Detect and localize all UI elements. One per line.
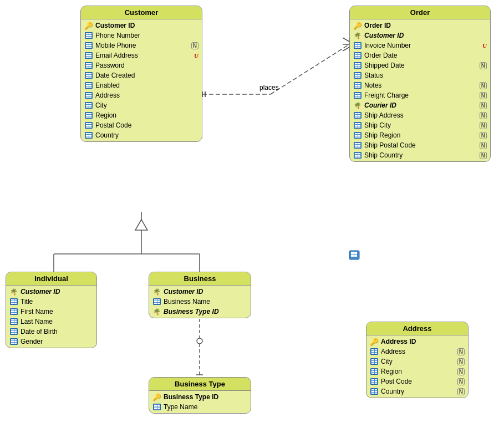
field-name: Country (95, 131, 198, 139)
field-icon (370, 348, 379, 355)
table-row: Title (6, 297, 96, 307)
field-name: Customer ID (364, 32, 487, 39)
field-name: Date of Birth (21, 328, 93, 335)
address-table: Address 🔑 Address ID Address N City N Re… (366, 322, 469, 398)
field-icon (9, 338, 18, 345)
field-name: Phone Number (95, 32, 198, 39)
field-name: Address (381, 348, 455, 355)
field-icon (84, 32, 93, 39)
field-icon (353, 111, 362, 119)
field-name: Status (364, 72, 487, 79)
field-icon (84, 121, 93, 129)
table-row: 🔑 Customer ID (81, 21, 202, 30)
null-badge: N (480, 142, 487, 149)
business-type-table: Business Type 🔑 Business Type ID Type Na… (149, 377, 251, 414)
field-icon (370, 368, 379, 375)
field-name: Type Name (164, 403, 247, 411)
field-icon (370, 358, 379, 365)
table-row: Ship City N (350, 120, 490, 130)
null-badge: N (480, 112, 487, 119)
field-icon (353, 62, 362, 69)
field-name: Ship Address (364, 111, 477, 119)
field-name: City (381, 358, 455, 365)
field-name: Mobile Phone (95, 42, 189, 49)
table-row: Email Address U (81, 50, 202, 60)
table-row: City N (366, 357, 468, 366)
field-name: Courier ID (364, 101, 477, 109)
field-icon (353, 42, 362, 49)
pk-icon: 🔑 (84, 22, 93, 29)
null-badge: N (457, 348, 465, 355)
null-badge: N (457, 378, 465, 385)
field-icon (84, 82, 93, 89)
fk-pk-icon: 🌴 (152, 288, 161, 296)
fk-icon: 🌴 (353, 101, 362, 109)
table-row: 🌴 Customer ID (149, 287, 251, 297)
field-name: First Name (21, 308, 93, 315)
field-icon (84, 131, 93, 139)
field-name: Shipped Date (364, 62, 477, 69)
table-row: Region N (366, 366, 468, 376)
field-icon (353, 91, 362, 99)
individual-table: Individual 🌴 Customer ID Title First Nam… (6, 272, 97, 348)
table-row: 🔑 Business Type ID (149, 392, 251, 402)
field-name: City (95, 101, 198, 109)
svg-line-4 (271, 44, 349, 94)
table-row: Password (81, 60, 202, 70)
business-type-table-body: 🔑 Business Type ID Type Name (149, 391, 251, 413)
table-row: Freight Charge N (350, 90, 490, 100)
table-row: Address N (366, 347, 468, 357)
field-icon (84, 72, 93, 79)
field-icon (84, 62, 93, 69)
field-name: Date Created (95, 72, 198, 79)
order-table: Order 🔑 Order ID 🌴 Customer ID Invoice N… (349, 6, 491, 162)
field-name: Customer ID (21, 288, 93, 296)
field-name: Business Type ID (164, 393, 247, 401)
table-row: Type Name (149, 402, 251, 412)
unique-badge: U (194, 52, 198, 59)
field-name: Enabled (95, 82, 198, 89)
field-name: Gender (21, 338, 93, 345)
field-icon (353, 151, 362, 159)
table-row: Order Date (350, 50, 490, 60)
field-name: Notes (364, 82, 477, 89)
svg-marker-12 (135, 220, 147, 230)
svg-rect-19 (354, 252, 357, 254)
field-icon (353, 82, 362, 89)
svg-rect-21 (354, 254, 357, 257)
svg-point-15 (197, 338, 202, 344)
table-row: Address (81, 90, 202, 100)
table-row: Ship Region N (350, 130, 490, 140)
field-name: Address ID (381, 338, 465, 345)
table-row: Country (81, 130, 202, 140)
table-row: 🔑 Order ID (350, 21, 490, 30)
null-badge: N (480, 152, 487, 159)
field-name: Postal Code (95, 121, 198, 129)
pk-icon: 🔑 (353, 22, 362, 29)
table-row: Ship Postal Code N (350, 140, 490, 150)
null-badge: N (480, 122, 487, 129)
fk-icon: 🌴 (152, 308, 161, 315)
field-icon (353, 72, 362, 79)
table-row: Post Code N (366, 376, 468, 386)
field-name: Customer ID (95, 22, 198, 29)
null-badge: N (480, 102, 487, 109)
field-icon (353, 141, 362, 149)
places-label: places (259, 84, 279, 91)
field-name: Region (95, 111, 198, 119)
table-row: Shipped Date N (350, 60, 490, 70)
table-row: First Name (6, 307, 96, 317)
table-row: Status (350, 70, 490, 80)
field-icon (370, 388, 379, 395)
field-name: Order Date (364, 52, 487, 59)
null-badge: N (191, 42, 198, 49)
field-name: Last Name (21, 318, 93, 325)
fk-icon: 🌴 (353, 32, 362, 39)
table-row: Business Name (149, 297, 251, 307)
individual-table-header: Individual (6, 272, 96, 286)
table-row: Mobile Phone N (81, 40, 202, 50)
field-icon (353, 121, 362, 129)
field-icon (84, 101, 93, 109)
order-table-header: Order (350, 6, 490, 19)
customer-table-header: Customer (81, 6, 202, 19)
